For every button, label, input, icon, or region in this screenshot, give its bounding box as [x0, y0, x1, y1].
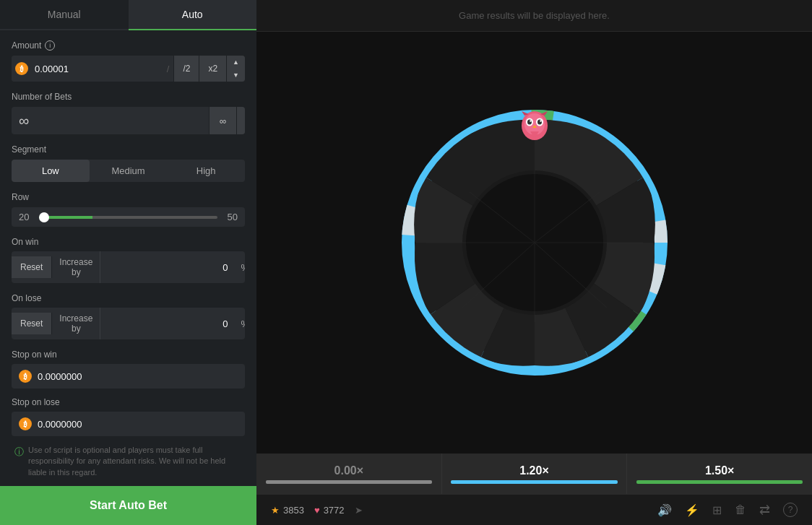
grid-icon[interactable]: ⊞	[712, 503, 722, 517]
start-auto-bet-button[interactable]: Start Auto Bet	[0, 486, 256, 525]
stars-count: 3853	[283, 505, 304, 516]
stepper-down[interactable]: ▼	[227, 69, 245, 82]
segment-medium[interactable]: Medium	[90, 160, 168, 182]
on-win-increase-btn[interactable]: Increase by	[52, 251, 100, 283]
amount-stepper: ▲ ▼	[226, 56, 245, 82]
wheel-area	[256, 32, 812, 454]
slider-container: 20 50	[12, 207, 245, 227]
stop-win-input[interactable]	[38, 371, 238, 382]
stop-lose-input[interactable]	[38, 419, 238, 430]
on-lose-row: Reset Increase by %	[12, 308, 245, 339]
bets-field: ∞ 10 100	[12, 107, 245, 134]
game-header: Game results will be displayed here.	[256, 0, 812, 32]
stop-lose-btc-icon: ₿	[19, 417, 32, 430]
tab-auto[interactable]: Auto	[129, 0, 257, 30]
mult-0-value: 0.00×	[334, 464, 363, 477]
amount-info-icon[interactable]: i	[45, 40, 55, 51]
segment-group: Low Medium High	[12, 160, 245, 182]
bets-label: Number of Bets	[12, 92, 245, 102]
on-win-input[interactable]	[100, 256, 233, 279]
row-section: Row 20 50	[12, 192, 245, 227]
on-win-section: On win Reset Increase by %	[12, 237, 245, 283]
stars-stat: ★ 3853	[271, 505, 304, 516]
segment-label: Segment	[12, 144, 245, 155]
bets-10-btn[interactable]: 10	[236, 107, 245, 134]
stop-win-field: ₿	[12, 364, 245, 389]
right-panel: Game results will be displayed here.	[256, 0, 812, 525]
multiplier-1: 1.20×	[442, 454, 628, 494]
amount-input[interactable]	[32, 64, 163, 74]
share-icon[interactable]: ➤	[355, 505, 363, 516]
svg-point-6	[530, 120, 531, 121]
mult-2-bar	[636, 480, 803, 484]
bottom-stats: ★ 3853 ♥ 3772 ➤	[271, 505, 363, 516]
on-lose-increase-btn[interactable]: Increase by	[52, 308, 100, 339]
tabs: Manual Auto	[0, 0, 256, 30]
bets-infinity-btn[interactable]: ∞	[209, 107, 236, 134]
disclaimer-icon: ⓘ	[14, 446, 24, 459]
row-slider[interactable]	[39, 216, 217, 219]
share-stat[interactable]: ➤	[355, 505, 363, 516]
wheel-wrapper	[397, 105, 672, 380]
mult-1-bar	[451, 480, 617, 484]
form-area: Amount i ₿ / /2 x2 ▲ ▼ Number of Bets ∞ …	[0, 30, 256, 486]
disclaimer: ⓘ Use of script is optional and players …	[12, 445, 245, 485]
bets-input[interactable]	[12, 108, 209, 134]
help-icon[interactable]: ?	[783, 503, 798, 517]
bolt-icon[interactable]: ⚡	[685, 503, 699, 517]
slider-max: 50	[223, 212, 238, 222]
on-lose-reset-btn[interactable]: Reset	[12, 313, 52, 334]
on-win-percent: %	[233, 256, 245, 279]
bottom-bar: ★ 3853 ♥ 3772 ➤ 🔊 ⚡ ⊞ 🗑 ⇄ ?	[256, 494, 812, 525]
mult-2-value: 1.50×	[705, 464, 734, 477]
multiplier-section: 0.00× 1.20× 1.50×	[256, 454, 812, 494]
trash-icon[interactable]: 🗑	[735, 503, 746, 516]
half-button[interactable]: /2	[173, 56, 199, 82]
stop-lose-field: ₿	[12, 412, 245, 436]
left-panel: Manual Auto Amount i ₿ / /2 x2 ▲ ▼ Numbe…	[0, 0, 256, 525]
on-win-row: Reset Increase by %	[12, 251, 245, 283]
hearts-count: 3772	[324, 505, 345, 516]
volume-icon[interactable]: 🔊	[657, 503, 672, 517]
tab-manual[interactable]: Manual	[0, 0, 129, 29]
multiplier-0: 0.00×	[256, 454, 442, 494]
mult-1-value: 1.20×	[519, 464, 548, 477]
stop-win-btc-icon: ₿	[19, 370, 32, 383]
double-button[interactable]: x2	[199, 56, 226, 82]
on-win-label: On win	[12, 237, 245, 247]
star-icon: ★	[271, 505, 280, 516]
on-lose-label: On lose	[12, 293, 245, 303]
stop-on-lose-section: Stop on lose ₿	[12, 397, 245, 436]
stop-lose-label: Stop on lose	[12, 397, 245, 407]
owl-mascot	[520, 111, 549, 146]
on-win-reset-btn[interactable]: Reset	[12, 256, 52, 278]
slider-min: 20	[19, 212, 33, 222]
amount-label: Amount i	[12, 40, 245, 51]
on-lose-percent: %	[233, 313, 245, 335]
multiplier-2: 1.50×	[627, 454, 812, 494]
on-lose-section: On lose Reset Increase by %	[12, 293, 245, 339]
wheel-svg	[397, 105, 672, 380]
segment-high[interactable]: High	[167, 160, 245, 182]
hearts-stat: ♥ 3772	[314, 505, 345, 516]
segment-low[interactable]: Low	[12, 160, 90, 182]
amount-field: ₿ / /2 x2 ▲ ▼	[12, 56, 245, 82]
stop-win-label: Stop on win	[12, 350, 245, 360]
swap-icon[interactable]: ⇄	[759, 502, 770, 518]
btc-icon: ₿	[12, 56, 32, 82]
on-lose-input[interactable]	[100, 313, 233, 335]
mult-0-bar	[266, 480, 432, 484]
svg-point-7	[540, 120, 541, 121]
heart-icon: ♥	[314, 505, 320, 516]
bottom-icons: 🔊 ⚡ ⊞ 🗑 ⇄ ?	[657, 502, 798, 518]
row-label: Row	[12, 192, 245, 202]
stepper-up[interactable]: ▲	[227, 56, 245, 69]
stop-on-win-section: Stop on win ₿	[12, 350, 245, 389]
multiplier-bars: 0.00× 1.20× 1.50×	[256, 454, 812, 494]
